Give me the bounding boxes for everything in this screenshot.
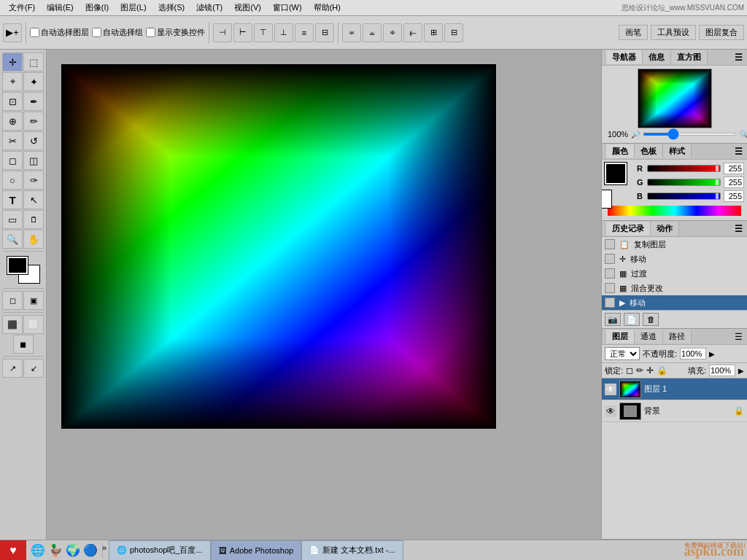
tool-pen[interactable]: ✑ [23,171,44,190]
opacity-input[interactable] [680,348,706,359]
tab-styles[interactable]: 样式 [663,144,692,158]
tool-gradient[interactable]: ◫ [23,151,44,170]
menu-edit[interactable]: 编辑(E) [41,1,80,15]
lock-all-icon[interactable]: 🔒 [657,365,667,376]
history-item-3[interactable]: ▦ 混合更改 [602,281,747,295]
tool-standard-mode[interactable]: ◻ [2,291,23,310]
nav-zoom-out-icon[interactable]: 🔎 [631,131,640,139]
tab-channels[interactable]: 通道 [635,330,663,343]
align-bottom-button[interactable]: ⊟ [315,23,334,42]
tool-marquee[interactable]: ⬚ [23,52,44,71]
tab-swatches[interactable]: 色板 [635,144,663,158]
history-new-snap-btn[interactable]: 📷 [605,313,621,326]
menu-select[interactable]: 选择(S) [152,1,191,15]
document-canvas[interactable] [61,64,496,429]
taskbar-icon-app3[interactable]: 🔵 [83,543,98,557]
nav-panel-menu-icon[interactable]: ☰ [735,52,743,63]
color-spectrum-bar[interactable] [608,206,741,216]
auto-select-group-checkbox[interactable] [92,28,101,37]
menu-help[interactable]: 帮助(H) [308,1,347,15]
nav-zoom-slider[interactable] [643,133,737,136]
align-top-button[interactable]: ⊥ [274,23,293,42]
g-value-input[interactable] [724,176,744,188]
distrib-v-button[interactable]: ⫨ [363,23,382,42]
b-slider-track[interactable] [647,192,721,200]
r-slider-track[interactable] [647,165,721,172]
layer-comp-btn[interactable]: 图层复合 [699,25,744,40]
menu-view[interactable]: 视图(V) [228,1,267,15]
tab-paths[interactable]: 路径 [663,330,692,343]
lock-move-icon[interactable]: ✛ [646,365,654,376]
auto-select-layer-label[interactable]: 自动选择图层 [30,27,89,38]
fg-color-swatch[interactable] [605,163,627,184]
history-item-4[interactable]: ▶ 移动 [602,295,747,310]
foreground-color-swatch[interactable] [7,257,28,274]
b-value-input[interactable] [724,190,744,202]
tool-hand[interactable]: ✋ [23,230,44,249]
tool-shape[interactable]: ▭ [2,210,23,229]
auto-select-layer-checkbox[interactable] [30,28,39,37]
tool-preset-btn[interactable]: 工具预设 [651,25,696,40]
tool-clone[interactable]: ✂ [2,131,23,150]
history-item-0[interactable]: 📋 复制图层 [602,237,747,252]
r-value-input[interactable] [724,163,744,174]
taskbar-item-1[interactable]: 🖼 Adobe Photoshop [211,540,301,561]
show-transform-checkbox[interactable] [146,28,155,37]
tool-eraser[interactable]: ◻ [2,151,23,170]
tool-path-select[interactable]: ↖ [23,190,44,209]
tool-notes[interactable]: 🗒 [23,210,44,229]
tab-histogram[interactable]: 直方图 [671,50,708,64]
menu-file[interactable]: 文件(F) [3,1,41,15]
distrib-h-button[interactable]: ⫧ [342,23,361,42]
menu-layer[interactable]: 图层(L) [115,1,152,15]
tool-brush[interactable]: ✏ [23,112,44,131]
color-panel-menu-icon[interactable]: ☰ [735,147,743,157]
menu-image[interactable]: 图像(I) [80,1,115,15]
panel-btn-right[interactable]: ▶ [709,350,715,358]
tool-screen-mode-fullbg[interactable]: ◼ [13,335,34,354]
layer-item-0[interactable]: 👁 图层 1 [602,378,747,400]
tool-lasso[interactable]: ⌖ [2,72,23,91]
history-panel-menu-icon[interactable]: ☰ [735,224,743,234]
layer-item-1[interactable]: 👁 背景 🔒 [602,400,747,422]
tab-history[interactable]: 历史记录 [606,222,651,236]
lock-transparent-icon[interactable]: ◻ [626,365,633,376]
tool-type[interactable]: T [2,190,23,209]
tab-info[interactable]: 信息 [643,50,671,64]
tool-jump-imageedit[interactable]: ↗ [2,359,23,378]
bg-color-swatch[interactable] [601,190,611,208]
tool-screen-mode-std[interactable]: ⬛ [2,315,23,334]
fill-btn-right[interactable]: ▶ [738,367,744,375]
lock-image-icon[interactable]: ✏ [636,365,643,376]
menu-filter[interactable]: 滤镜(T) [190,1,228,15]
history-delete-btn[interactable]: 🗑 [643,313,659,326]
distrib-right-button[interactable]: ⊟ [444,23,463,42]
tool-crop[interactable]: ⊡ [2,92,23,111]
distrib-mid-button[interactable]: ⊞ [424,23,443,42]
brush-panel-btn[interactable]: 画笔 [619,25,648,40]
history-item-2[interactable]: ▦ 过渡 [602,266,747,281]
tool-jump-imageready[interactable]: ↙ [23,359,44,378]
tool-history-brush[interactable]: ↺ [23,131,44,150]
blend-mode-select[interactable]: 正常 [605,347,640,360]
tool-eyedropper[interactable]: ✒ [23,92,44,111]
align-right-button[interactable]: ⊤ [254,23,273,42]
tool-magic-wand[interactable]: ✦ [23,72,44,91]
tool-move[interactable]: ✛ [2,52,23,71]
taskbar-icon-app2[interactable]: 🌍 [66,543,80,557]
layer-eye-0[interactable]: 👁 [605,384,616,395]
layers-panel-menu-icon[interactable]: ☰ [735,332,743,342]
taskbar-item-0[interactable]: 🌐 photoshop吧_百度... [109,540,211,561]
tab-color[interactable]: 颜色 [606,144,635,158]
history-new-btn[interactable]: 📄 [624,313,640,326]
align-mid-button[interactable]: ≡ [295,23,314,42]
tool-screen-mode-full[interactable]: ⬜ [23,315,44,334]
tool-dodge[interactable]: ○ [2,171,23,190]
tab-actions[interactable]: 动作 [651,222,679,236]
tool-quick-mask[interactable]: ▣ [23,291,44,310]
align-left-button[interactable]: ⊣ [213,23,232,42]
history-item-1[interactable]: ✛ 移动 [602,252,747,266]
taskbar-icon-app1[interactable]: 🦆 [48,543,63,557]
start-button[interactable]: ♥ [0,540,26,561]
tab-layers[interactable]: 图层 [606,330,635,343]
